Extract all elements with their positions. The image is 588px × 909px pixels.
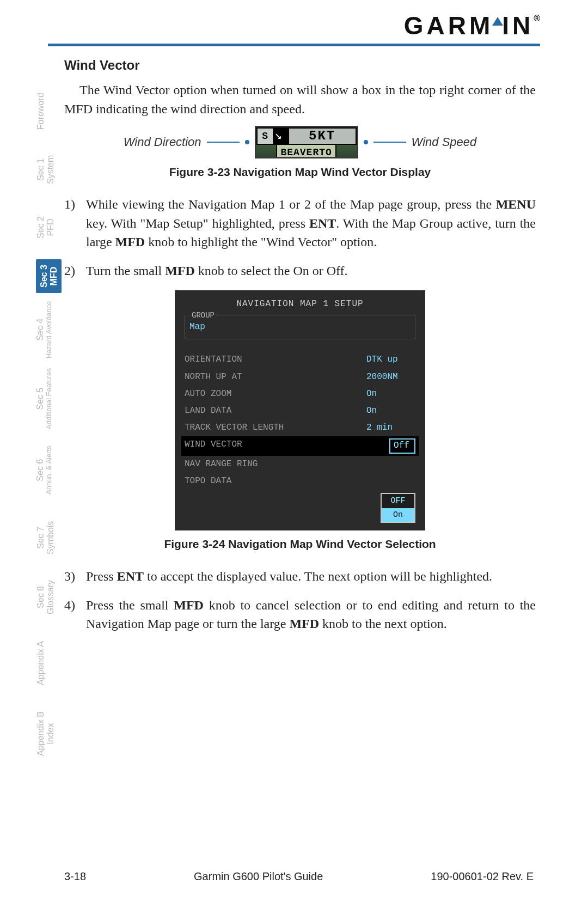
setup-row-selected: WIND VECTOROff	[181, 436, 419, 455]
wind-vector-display: S ↘ 5KT BEAVERTO	[255, 126, 358, 158]
tab-sec3: Sec 3MFD	[36, 259, 62, 293]
intro-paragraph: The Wind Vector option when turned on wi…	[64, 81, 536, 119]
step-2: 2) Turn the small MFD knob to select the…	[64, 261, 536, 280]
section-heading: Wind Vector	[64, 56, 536, 75]
step-1-text: While viewing the Navigation Map 1 or 2 …	[86, 195, 536, 252]
leader-line-left	[207, 142, 240, 143]
wind-direction-label: Wind Direction	[124, 133, 201, 151]
setup-row: NAV RANGE RING	[185, 456, 415, 473]
leader-dot-right	[364, 140, 368, 144]
setup-row: TRACK VECTOR LENGTH2 min	[185, 419, 415, 436]
page-content: Wind Vector The Wind Vector option when …	[0, 46, 588, 633]
leader-dot-left	[245, 140, 249, 144]
setup-dropdown: OFF On	[381, 493, 415, 523]
step-4-text: Press the small MFD knob to cancel selec…	[86, 596, 536, 634]
setup-row: TOPO DATA	[185, 473, 415, 490]
leader-line-right	[373, 142, 406, 143]
wind-arrow-icon: ↘	[274, 127, 289, 145]
brand-logo: GARMIN®	[404, 11, 540, 40]
step-1-number: 1)	[64, 195, 86, 252]
wind-s-box: S	[258, 129, 273, 144]
figure-3-23: Wind Direction S ↘ 5KT BEAVERTO Wind Spe…	[64, 126, 536, 158]
footer-page-number: 3-18	[64, 870, 86, 883]
step-4: 4) Press the small MFD knob to cancel se…	[64, 596, 536, 634]
footer-doc-title: Garmin G600 Pilot's Guide	[194, 870, 323, 883]
setup-row: ORIENTATIONDTK up	[185, 351, 415, 368]
tab-sec6: Sec 6Annun. & Alerts	[36, 446, 52, 495]
step-3-text: Press ENT to accept the displayed value.…	[86, 567, 536, 586]
garmin-delta-icon	[492, 17, 503, 26]
setup-group-box: GROUP Map	[185, 315, 415, 339]
step-1: 1) While viewing the Navigation Map 1 or…	[64, 195, 536, 252]
dropdown-option-off: OFF	[382, 494, 414, 508]
page-header: GARMIN®	[0, 0, 588, 46]
tab-sec1: Sec 1System	[36, 155, 55, 184]
setup-row: AUTO ZOOMOn	[185, 386, 415, 402]
step-3: 3) Press ENT to accept the displayed val…	[64, 567, 536, 586]
tab-sec7: Sec 7Symbols	[36, 521, 55, 554]
wind-speed-label: Wind Speed	[412, 133, 477, 151]
setup-row: NORTH UP AT2000NM	[185, 369, 415, 386]
figure-3-24-caption: Figure 3-24 Navigation Map Wind Vector S…	[64, 536, 536, 552]
setup-row: LAND DATAOn	[185, 402, 415, 419]
step-2-text: Turn the small MFD knob to select the On…	[86, 261, 536, 280]
tab-sec4: Sec 4Hazard Avoidance	[36, 301, 52, 358]
page-footer: 3-18 Garmin G600 Pilot's Guide 190-00601…	[0, 870, 588, 883]
step-4-number: 4)	[64, 596, 86, 634]
tab-appendix-b: Appendix BIndex	[36, 711, 55, 756]
tab-foreword: Foreword	[36, 93, 46, 130]
setup-group-value: Map	[189, 318, 411, 333]
footer-revision: 190-00601-02 Rev. E	[431, 870, 534, 883]
step-3-number: 3)	[64, 567, 86, 586]
setup-group-label: GROUP	[189, 310, 217, 321]
tab-sec5: Sec 5Additional Features	[36, 368, 52, 429]
tab-sec2: Sec 2PFD	[36, 216, 55, 239]
wind-speed-value: 5KT	[289, 129, 356, 144]
tab-appendix-a: Appendix A	[36, 641, 46, 685]
figure-3-23-caption: Figure 3-23 Navigation Map Wind Vector D…	[64, 164, 536, 180]
setup-rows: ORIENTATIONDTK up NORTH UP AT2000NM AUTO…	[177, 341, 423, 494]
city-label: BEAVERTO	[276, 144, 336, 158]
step-2-number: 2)	[64, 261, 86, 280]
figure-3-24-setup-screen: NAVIGATION MAP 1 SETUP GROUP Map ORIENTA…	[175, 290, 425, 530]
dropdown-option-on: On	[382, 508, 414, 522]
tab-sec8: Sec 8Glossary	[36, 580, 55, 614]
header-rule	[48, 44, 540, 46]
